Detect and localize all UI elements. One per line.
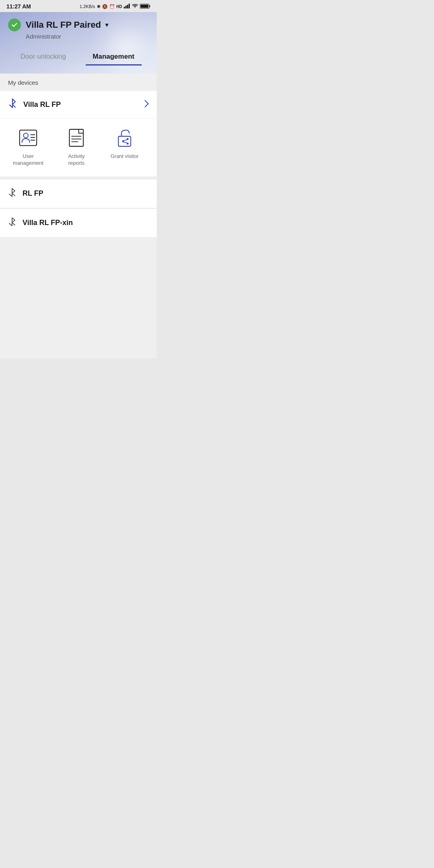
dropdown-arrow-icon[interactable]: ▼	[104, 22, 110, 28]
status-bar: 11:27 AM 1.2KB/s ✱ 🔕 ⏰ HD	[0, 0, 157, 12]
device-row-rl-fp[interactable]: RL FP	[0, 180, 157, 208]
signal-icon	[124, 4, 130, 9]
svg-point-8	[23, 133, 28, 138]
wifi-icon	[132, 4, 138, 9]
my-devices-header: My devices	[0, 74, 157, 91]
svg-rect-12	[70, 129, 84, 146]
user-management-label: Usermanagement	[13, 153, 43, 167]
content-area: My devices Villa RL FP	[0, 74, 157, 358]
paired-check-icon	[8, 18, 21, 31]
device-name: Villa RL FP Paired	[26, 20, 101, 30]
alarm-icon: ⏰	[109, 4, 115, 9]
tab-door-unlocking[interactable]: Door unlocking	[8, 48, 78, 66]
battery-icon	[140, 4, 150, 10]
empty-space	[0, 237, 157, 358]
grant-visitor-label: Grant visitor	[111, 153, 139, 160]
action-activity-reports[interactable]: Activity reports	[60, 127, 92, 167]
device-card-villa-rl-fp: Villa RL FP	[0, 91, 157, 176]
device-header[interactable]: Villa RL FP Paired ▼	[8, 12, 149, 33]
network-speed: 1.2KB/s	[80, 4, 95, 9]
device-row-villa-rl-fp[interactable]: Villa RL FP	[0, 91, 157, 119]
device-row-villa-rl-fp-xin[interactable]: Villa RL FP-xin	[0, 209, 157, 237]
bluetooth-status-icon: ✱	[97, 4, 100, 9]
activity-reports-label: Activity reports	[60, 153, 92, 167]
tabs: Door unlocking Management	[8, 48, 149, 66]
device-name-villa-rl-fp-xin: Villa RL FP-xin	[23, 219, 149, 227]
device-role: Administrator	[8, 33, 149, 48]
bluetooth-icon-xin	[8, 217, 16, 229]
header-area: Villa RL FP Paired ▼ Administrator Door …	[0, 12, 157, 74]
svg-line-21	[124, 142, 127, 143]
grant-visitor-icon	[113, 127, 136, 149]
svg-rect-6	[141, 4, 149, 8]
status-time: 11:27 AM	[6, 3, 31, 10]
svg-rect-1	[125, 6, 127, 8]
svg-rect-0	[124, 7, 125, 8]
device-name-villa-rl-fp: Villa RL FP	[23, 100, 138, 109]
notification-mute-icon: 🔕	[102, 4, 108, 9]
bluetooth-icon-rl-fp	[8, 188, 16, 200]
activity-reports-icon	[65, 127, 88, 149]
user-management-icon	[17, 127, 39, 149]
svg-line-20	[124, 140, 127, 141]
svg-rect-2	[127, 5, 128, 8]
actions-grid: Usermanagement Activity re	[0, 119, 157, 176]
bluetooth-icon-villa	[8, 98, 17, 111]
tab-management[interactable]: Management	[78, 48, 149, 66]
status-icons: 1.2KB/s ✱ 🔕 ⏰ HD	[80, 4, 150, 10]
svg-rect-16	[119, 136, 131, 146]
action-grant-visitor[interactable]: Grant visitor	[108, 127, 141, 167]
chevron-right-icon	[145, 100, 149, 109]
svg-rect-3	[129, 4, 130, 8]
svg-rect-5	[149, 5, 150, 7]
device-name-rl-fp: RL FP	[23, 189, 149, 198]
hd-icon: HD	[117, 4, 122, 9]
action-user-management[interactable]: Usermanagement	[12, 127, 44, 167]
